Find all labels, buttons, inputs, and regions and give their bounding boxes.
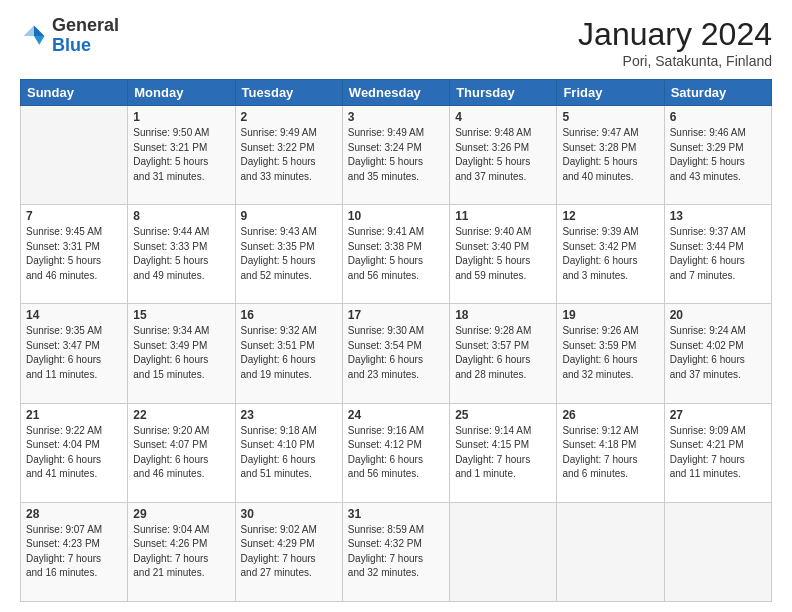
calendar-cell [450, 502, 557, 601]
day-info: Sunrise: 9:22 AMSunset: 4:04 PMDaylight:… [26, 424, 122, 482]
calendar-cell: 3Sunrise: 9:49 AMSunset: 3:24 PMDaylight… [342, 106, 449, 205]
day-info: Sunrise: 8:59 AMSunset: 4:32 PMDaylight:… [348, 523, 444, 581]
day-info: Sunrise: 9:09 AMSunset: 4:21 PMDaylight:… [670, 424, 766, 482]
day-info: Sunrise: 9:49 AMSunset: 3:22 PMDaylight:… [241, 126, 337, 184]
day-number: 22 [133, 408, 229, 422]
svg-marker-2 [24, 25, 35, 36]
calendar-cell: 27Sunrise: 9:09 AMSunset: 4:21 PMDayligh… [664, 403, 771, 502]
logo: General Blue [20, 16, 119, 56]
calendar-cell: 22Sunrise: 9:20 AMSunset: 4:07 PMDayligh… [128, 403, 235, 502]
day-number: 11 [455, 209, 551, 223]
logo-icon [20, 22, 48, 50]
logo-text: General Blue [52, 16, 119, 56]
calendar-cell: 2Sunrise: 9:49 AMSunset: 3:22 PMDaylight… [235, 106, 342, 205]
weekday-header-row: SundayMondayTuesdayWednesdayThursdayFrid… [21, 80, 772, 106]
day-number: 20 [670, 308, 766, 322]
day-number: 17 [348, 308, 444, 322]
day-info: Sunrise: 9:46 AMSunset: 3:29 PMDaylight:… [670, 126, 766, 184]
day-number: 15 [133, 308, 229, 322]
day-info: Sunrise: 9:43 AMSunset: 3:35 PMDaylight:… [241, 225, 337, 283]
calendar-cell: 29Sunrise: 9:04 AMSunset: 4:26 PMDayligh… [128, 502, 235, 601]
day-number: 1 [133, 110, 229, 124]
calendar-cell: 12Sunrise: 9:39 AMSunset: 3:42 PMDayligh… [557, 205, 664, 304]
day-number: 25 [455, 408, 551, 422]
calendar-cell: 6Sunrise: 9:46 AMSunset: 3:29 PMDaylight… [664, 106, 771, 205]
calendar-cell: 13Sunrise: 9:37 AMSunset: 3:44 PMDayligh… [664, 205, 771, 304]
calendar-cell: 4Sunrise: 9:48 AMSunset: 3:26 PMDaylight… [450, 106, 557, 205]
calendar-header: SundayMondayTuesdayWednesdayThursdayFrid… [21, 80, 772, 106]
weekday-header-tuesday: Tuesday [235, 80, 342, 106]
day-number: 31 [348, 507, 444, 521]
day-info: Sunrise: 9:45 AMSunset: 3:31 PMDaylight:… [26, 225, 122, 283]
calendar-cell: 20Sunrise: 9:24 AMSunset: 4:02 PMDayligh… [664, 304, 771, 403]
weekday-header-thursday: Thursday [450, 80, 557, 106]
calendar-week-row: 7Sunrise: 9:45 AMSunset: 3:31 PMDaylight… [21, 205, 772, 304]
day-info: Sunrise: 9:20 AMSunset: 4:07 PMDaylight:… [133, 424, 229, 482]
day-number: 30 [241, 507, 337, 521]
day-info: Sunrise: 9:28 AMSunset: 3:57 PMDaylight:… [455, 324, 551, 382]
calendar-cell [664, 502, 771, 601]
calendar-body: 1Sunrise: 9:50 AMSunset: 3:21 PMDaylight… [21, 106, 772, 602]
day-number: 16 [241, 308, 337, 322]
day-info: Sunrise: 9:44 AMSunset: 3:33 PMDaylight:… [133, 225, 229, 283]
day-number: 23 [241, 408, 337, 422]
day-info: Sunrise: 9:34 AMSunset: 3:49 PMDaylight:… [133, 324, 229, 382]
day-number: 18 [455, 308, 551, 322]
calendar-cell: 28Sunrise: 9:07 AMSunset: 4:23 PMDayligh… [21, 502, 128, 601]
calendar-cell: 16Sunrise: 9:32 AMSunset: 3:51 PMDayligh… [235, 304, 342, 403]
day-info: Sunrise: 9:12 AMSunset: 4:18 PMDaylight:… [562, 424, 658, 482]
title-block: January 2024 Pori, Satakunta, Finland [578, 16, 772, 69]
day-info: Sunrise: 9:26 AMSunset: 3:59 PMDaylight:… [562, 324, 658, 382]
day-number: 19 [562, 308, 658, 322]
calendar-cell: 21Sunrise: 9:22 AMSunset: 4:04 PMDayligh… [21, 403, 128, 502]
weekday-header-saturday: Saturday [664, 80, 771, 106]
day-info: Sunrise: 9:32 AMSunset: 3:51 PMDaylight:… [241, 324, 337, 382]
calendar-cell [557, 502, 664, 601]
svg-marker-1 [34, 36, 45, 45]
day-number: 4 [455, 110, 551, 124]
logo-general: General [52, 15, 119, 35]
day-info: Sunrise: 9:30 AMSunset: 3:54 PMDaylight:… [348, 324, 444, 382]
calendar-cell: 10Sunrise: 9:41 AMSunset: 3:38 PMDayligh… [342, 205, 449, 304]
day-number: 21 [26, 408, 122, 422]
day-number: 28 [26, 507, 122, 521]
weekday-header-wednesday: Wednesday [342, 80, 449, 106]
calendar-cell: 17Sunrise: 9:30 AMSunset: 3:54 PMDayligh… [342, 304, 449, 403]
day-number: 9 [241, 209, 337, 223]
page-header: General Blue January 2024 Pori, Satakunt… [20, 16, 772, 69]
day-number: 10 [348, 209, 444, 223]
calendar-cell: 7Sunrise: 9:45 AMSunset: 3:31 PMDaylight… [21, 205, 128, 304]
calendar-cell [21, 106, 128, 205]
day-number: 12 [562, 209, 658, 223]
logo-blue: Blue [52, 35, 91, 55]
calendar-cell: 23Sunrise: 9:18 AMSunset: 4:10 PMDayligh… [235, 403, 342, 502]
weekday-header-friday: Friday [557, 80, 664, 106]
day-info: Sunrise: 9:14 AMSunset: 4:15 PMDaylight:… [455, 424, 551, 482]
svg-marker-0 [34, 25, 45, 36]
calendar-week-row: 14Sunrise: 9:35 AMSunset: 3:47 PMDayligh… [21, 304, 772, 403]
calendar-week-row: 21Sunrise: 9:22 AMSunset: 4:04 PMDayligh… [21, 403, 772, 502]
day-number: 26 [562, 408, 658, 422]
day-info: Sunrise: 9:49 AMSunset: 3:24 PMDaylight:… [348, 126, 444, 184]
day-info: Sunrise: 9:50 AMSunset: 3:21 PMDaylight:… [133, 126, 229, 184]
calendar-cell: 14Sunrise: 9:35 AMSunset: 3:47 PMDayligh… [21, 304, 128, 403]
weekday-header-monday: Monday [128, 80, 235, 106]
calendar-cell: 26Sunrise: 9:12 AMSunset: 4:18 PMDayligh… [557, 403, 664, 502]
day-info: Sunrise: 9:39 AMSunset: 3:42 PMDaylight:… [562, 225, 658, 283]
day-info: Sunrise: 9:47 AMSunset: 3:28 PMDaylight:… [562, 126, 658, 184]
day-number: 6 [670, 110, 766, 124]
day-number: 7 [26, 209, 122, 223]
calendar-week-row: 28Sunrise: 9:07 AMSunset: 4:23 PMDayligh… [21, 502, 772, 601]
calendar-cell: 30Sunrise: 9:02 AMSunset: 4:29 PMDayligh… [235, 502, 342, 601]
location-subtitle: Pori, Satakunta, Finland [578, 53, 772, 69]
day-number: 8 [133, 209, 229, 223]
day-number: 13 [670, 209, 766, 223]
calendar-cell: 19Sunrise: 9:26 AMSunset: 3:59 PMDayligh… [557, 304, 664, 403]
day-number: 5 [562, 110, 658, 124]
day-info: Sunrise: 9:18 AMSunset: 4:10 PMDaylight:… [241, 424, 337, 482]
day-info: Sunrise: 9:16 AMSunset: 4:12 PMDaylight:… [348, 424, 444, 482]
day-number: 29 [133, 507, 229, 521]
day-info: Sunrise: 9:40 AMSunset: 3:40 PMDaylight:… [455, 225, 551, 283]
calendar-week-row: 1Sunrise: 9:50 AMSunset: 3:21 PMDaylight… [21, 106, 772, 205]
calendar-cell: 15Sunrise: 9:34 AMSunset: 3:49 PMDayligh… [128, 304, 235, 403]
